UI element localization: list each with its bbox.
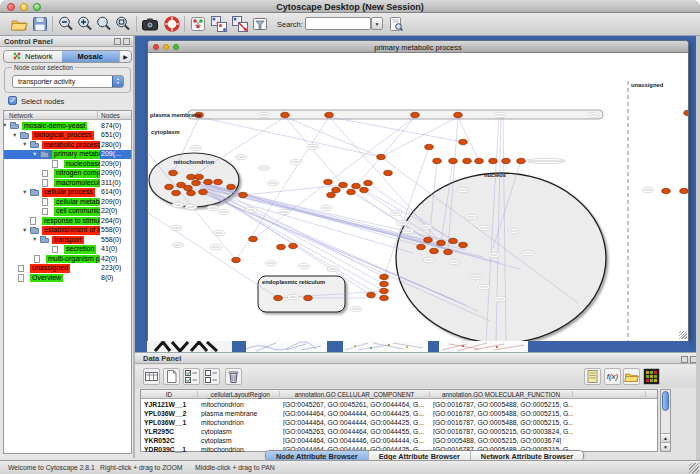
expander-icon[interactable]: ▼ xyxy=(22,226,27,235)
gene-node[interactable] xyxy=(437,240,446,245)
delete-attribute-trash-icon[interactable] xyxy=(225,368,242,385)
zoom-selected-icon[interactable] xyxy=(95,15,113,33)
gene-node[interactable] xyxy=(380,288,389,293)
manage-networks-icon[interactable] xyxy=(189,15,207,33)
table-row[interactable]: YKR052Ccytoplasm[GO:0044464, GO:0044446,… xyxy=(141,436,657,445)
gene-node[interactable] xyxy=(377,154,386,159)
table-column-header[interactable]: annotation.GO MOLECULAR_FUNCTION xyxy=(430,391,573,399)
gene-node[interactable] xyxy=(165,184,174,189)
gene-node[interactable] xyxy=(172,190,181,195)
attribute-batch-editor-icon[interactable] xyxy=(584,368,601,385)
tree-row[interactable]: macromolecule311(0) xyxy=(4,178,131,188)
select-nodes-checkbox[interactable]: ✓ xyxy=(8,96,17,105)
expander-icon[interactable]: ▼ xyxy=(22,140,27,149)
tree-row-label[interactable]: primary metabo xyxy=(52,150,100,159)
table-cell[interactable]: [GO:0016787, GO:0005215, GO:0003824, G..… xyxy=(430,428,573,435)
float-panel-icon[interactable] xyxy=(681,356,688,363)
tree-row[interactable]: ▼mosaic-demo-yeast874(0) xyxy=(4,121,131,131)
table-cell[interactable]: plasma membrane xyxy=(198,410,280,417)
gene-node[interactable] xyxy=(425,144,434,149)
table-cell[interactable]: [GO:0016787, GO:0005488, GO:0005215, G..… xyxy=(430,401,573,408)
gene-node[interactable] xyxy=(289,243,298,248)
table-cell[interactable]: cytoplasm xyxy=(198,428,280,435)
table-row[interactable]: YPL036W__2plasma membrane[GO:0044464, GO… xyxy=(141,409,657,418)
gene-node[interactable] xyxy=(192,180,201,185)
network-view-window[interactable]: primary metabolic process plasma membran… xyxy=(147,40,689,341)
table-column-header[interactable] xyxy=(573,391,646,399)
help-lifesaver-icon[interactable] xyxy=(163,15,181,33)
gene-node[interactable] xyxy=(380,295,389,300)
gene-node[interactable] xyxy=(364,180,373,185)
unselect-all-attributes-icon[interactable] xyxy=(203,368,220,385)
zoom-in-icon[interactable] xyxy=(76,15,94,33)
table-row[interactable]: YJR121W__1mitochondrion[GO:0045267, GO:0… xyxy=(141,400,657,409)
gene-node[interactable] xyxy=(517,158,526,163)
gene-node[interactable] xyxy=(327,192,336,197)
tree-column-network[interactable]: Network xyxy=(9,112,33,119)
table-cell[interactable]: [GO:0045267, GO:0045261, GO:0044464, G..… xyxy=(280,401,430,408)
edge[interactable] xyxy=(285,117,343,185)
gene-node[interactable] xyxy=(662,188,671,193)
gene-node[interactable] xyxy=(332,187,341,192)
gene-node[interactable] xyxy=(489,158,498,163)
gene-node[interactable] xyxy=(684,110,688,115)
table-cell[interactable]: cytoplasm xyxy=(198,437,280,444)
tree-row[interactable]: ▼transport558(0) xyxy=(4,235,131,245)
gene-node[interactable] xyxy=(380,281,389,286)
tree-row[interactable]: ▼establishment of lo558(0) xyxy=(4,226,131,236)
tree-row-label[interactable]: response to stimulu xyxy=(42,217,100,226)
select-all-attributes-icon[interactable] xyxy=(183,368,200,385)
gene-node[interactable] xyxy=(502,158,511,163)
zoom-fit-icon[interactable] xyxy=(114,15,132,33)
tree-row-label[interactable]: nucleobase- xyxy=(64,160,100,169)
gene-node[interactable] xyxy=(187,174,196,179)
gene-node[interactable] xyxy=(239,192,248,197)
table-cell[interactable]: YKR052C xyxy=(141,437,198,444)
gene-node[interactable] xyxy=(195,174,204,179)
attribute-table[interactable]: ID_cellularLayoutRegionannotation.GO CEL… xyxy=(140,389,658,452)
function-builder-icon[interactable]: f(x) xyxy=(604,368,621,385)
tree-row-label[interactable]: biological_process xyxy=(32,131,94,140)
table-column-header[interactable]: ID xyxy=(141,391,198,399)
float-panel-icon[interactable] xyxy=(114,38,121,45)
gene-node[interactable] xyxy=(277,244,286,249)
tree-row[interactable]: Overview8(0) xyxy=(4,273,131,283)
filter-icon[interactable] xyxy=(251,15,269,33)
gene-node[interactable] xyxy=(424,237,433,242)
tree-row[interactable]: ▼cellular process614(0) xyxy=(4,188,131,198)
tree-row[interactable]: nitrogen compo209(0) xyxy=(4,169,131,179)
table-cell[interactable]: [GO:0016787, GO:0005488, GO:0005215, G..… xyxy=(430,410,573,417)
edge[interactable] xyxy=(206,187,384,284)
search-dropdown-button[interactable]: ▼ xyxy=(371,17,383,30)
tree-row-label[interactable]: metabolic process xyxy=(42,141,100,150)
table-row[interactable]: YLR295Ccytoplasm[GO:0045263, GO:0044464,… xyxy=(141,427,657,436)
tree-row-label[interactable]: secretion xyxy=(64,245,96,254)
gene-node[interactable] xyxy=(360,187,369,192)
table-cell[interactable]: [GO:0045263, GO:0044464, GO:0044455, G..… xyxy=(280,428,430,435)
attribute-table-header[interactable]: ID_cellularLayoutRegionannotation.GO CEL… xyxy=(141,390,657,399)
table-cell[interactable]: [GO:0044464, GO:0044444, GO:0044425, G..… xyxy=(280,419,430,426)
background-window-network-3[interactable] xyxy=(439,341,528,352)
tree-row[interactable]: cellular metabol209(0) xyxy=(4,197,131,207)
gene-node[interactable] xyxy=(281,112,290,117)
expander-icon[interactable]: ▼ xyxy=(32,150,37,159)
tree-row-label[interactable]: multi-organism pro xyxy=(46,255,100,264)
tree-row-label[interactable]: cellular process xyxy=(42,188,95,197)
tree-row[interactable]: secretion41(0) xyxy=(4,245,131,255)
gene-node[interactable] xyxy=(454,112,463,117)
edge[interactable] xyxy=(285,117,381,157)
gene-node[interactable] xyxy=(204,179,213,184)
gene-node[interactable] xyxy=(347,189,356,194)
table-cell[interactable]: [GO:0044464, GO:0044446, GO:0044444, G..… xyxy=(280,437,430,444)
edge[interactable] xyxy=(381,117,458,157)
edge[interactable] xyxy=(191,117,285,177)
gene-node[interactable] xyxy=(274,295,283,300)
save-icon[interactable] xyxy=(31,15,49,33)
tree-column-nodes[interactable]: Nodes xyxy=(101,112,120,119)
search-input[interactable] xyxy=(305,17,371,30)
destroy-view-icon[interactable] xyxy=(231,15,249,33)
table-cell[interactable]: [GO:0044464, GO:0044444, GO:0044425, G..… xyxy=(280,410,430,417)
tab-overflow-button[interactable]: ▶ xyxy=(119,51,131,62)
table-cell[interactable]: YLR295C xyxy=(141,428,198,435)
search-options-icon[interactable] xyxy=(387,15,405,33)
